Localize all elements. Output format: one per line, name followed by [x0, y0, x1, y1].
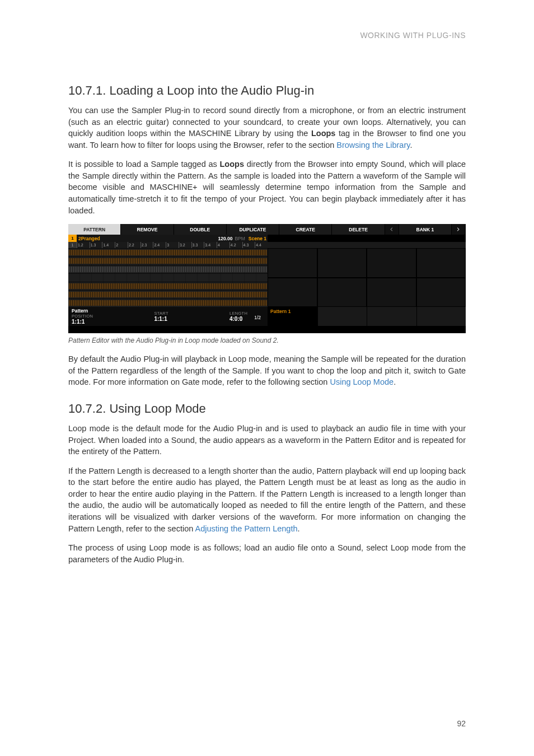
bpm-value: 120.00 — [218, 236, 232, 241]
tick: 2.2 — [128, 242, 140, 248]
lane — [68, 298, 268, 307]
section-10-7-1-p1: You can use the Sampler Plug-in to recor… — [68, 105, 466, 151]
pattern-cells: Pattern 1 — [268, 307, 466, 326]
link-browsing-library[interactable]: Browsing the Library — [336, 141, 410, 150]
section-10-7-1-p2: It is possible to load a Sample tagged a… — [68, 158, 466, 216]
param-title: Pattern — [72, 308, 93, 314]
waveform-lanes[interactable] — [68, 248, 268, 307]
section-10-7-2-title: 10.7.2. Using Loop Mode — [68, 402, 466, 416]
timeline-ticks[interactable]: 1.2 1.3 1.4 2 2.2 2.3 2.4 3 3.2 3.3 3.4 … — [77, 242, 268, 248]
sound-slot-number[interactable]: 1 — [68, 235, 77, 242]
link-using-loop-mode[interactable]: Using Loop Mode — [330, 377, 394, 386]
text: If the Pattern Length is decreased to a … — [68, 466, 466, 533]
pad[interactable] — [416, 278, 466, 307]
pattern-cell[interactable] — [416, 307, 466, 326]
length-label: LENGTH — [229, 311, 247, 316]
tick: 1.4 — [102, 242, 115, 248]
tick: 4.4 — [255, 242, 268, 248]
page-header: WORKING WITH PLUG-INS — [68, 31, 466, 40]
lane — [68, 282, 268, 290]
pad[interactable] — [268, 278, 317, 307]
lane — [68, 248, 268, 256]
tick: 1.2 — [77, 242, 90, 248]
tick: 2.3 — [140, 242, 153, 248]
tick: 3.3 — [191, 242, 204, 248]
pad[interactable] — [416, 248, 466, 278]
lane — [68, 290, 268, 298]
section-10-7-2-p3: The process of using Loop mode is as fol… — [68, 542, 466, 565]
tempo-display: 120.00 BPM Scene 1 — [218, 235, 268, 242]
link-adjusting-pattern-length[interactable]: Adjusting the Pattern Length — [195, 524, 298, 533]
tick: 1.3 — [90, 242, 102, 248]
chevron-left-icon — [390, 227, 394, 232]
pad[interactable] — [367, 248, 416, 278]
position-label: POSITION — [72, 314, 93, 319]
pattern-cell[interactable] — [317, 307, 367, 326]
start-value[interactable]: 1:1:1 — [154, 316, 168, 322]
lane — [68, 256, 268, 265]
create-button[interactable]: CREATE — [279, 224, 332, 235]
timeline-start-num: 1 — [68, 242, 77, 248]
start-label: START — [154, 311, 168, 316]
pad[interactable] — [317, 278, 367, 307]
tick: 3 — [166, 242, 179, 248]
pad[interactable] — [268, 248, 317, 278]
text: . — [394, 377, 396, 386]
scene-label: Scene 1 — [249, 236, 266, 241]
delete-button[interactable]: DELETE — [332, 224, 385, 235]
text: . — [298, 524, 300, 533]
tick: 4 — [217, 242, 229, 248]
bank-prev-button[interactable] — [385, 224, 399, 235]
chevron-right-icon — [456, 227, 460, 232]
pattern-cell-1[interactable]: Pattern 1 — [268, 307, 317, 326]
pad[interactable] — [367, 278, 416, 307]
duplicate-button[interactable]: DUPLICATE — [227, 224, 279, 235]
section-10-7-2-p2: If the Pattern Length is decreased to a … — [68, 465, 466, 534]
pattern-cell[interactable] — [367, 307, 416, 326]
bank-next-button[interactable] — [452, 224, 466, 235]
page-number: 92 — [457, 719, 466, 728]
double-button[interactable]: DOUBLE — [174, 224, 227, 235]
pattern-button[interactable]: PATTERN — [68, 224, 121, 235]
tick: 2 — [115, 242, 128, 248]
param-page[interactable]: 1/2 — [254, 312, 264, 320]
pattern-top-toolbar: PATTERN REMOVE DOUBLE DUPLICATE CREATE D… — [68, 224, 466, 235]
position-value[interactable]: 1:1:1 — [72, 319, 93, 325]
tick: 4.3 — [242, 242, 255, 248]
section-10-7-1-title: 10.7.1. Loading a Loop into the Audio Pl… — [68, 83, 466, 98]
lane — [68, 273, 268, 282]
bold-loops: Loops — [311, 129, 336, 138]
text: By default the Audio Plug-in will playba… — [68, 354, 466, 386]
text: It is possible to load a Sample tagged a… — [68, 160, 219, 169]
text: . — [410, 141, 412, 150]
pattern-editor-screenshot: PATTERN REMOVE DOUBLE DUPLICATE CREATE D… — [68, 224, 466, 333]
bank-label[interactable]: BANK 1 — [399, 224, 452, 235]
pattern-params: Pattern POSITION 1:1:1 START 1:1:1 LENGT… — [68, 307, 268, 326]
bold-loops-2: Loops — [219, 160, 244, 169]
pad[interactable] — [317, 248, 367, 278]
remove-button[interactable]: REMOVE — [121, 224, 174, 235]
tick: 3.2 — [179, 242, 191, 248]
sound-info-row: 1 2Pranged 120.00 BPM Scene 1 — [68, 235, 466, 242]
length-value[interactable]: 4:0:0 — [229, 316, 247, 322]
after-figure-p1: By default the Audio Plug-in will playba… — [68, 353, 466, 388]
sound-name[interactable]: 2Pranged — [77, 235, 100, 242]
bpm-unit: BPM — [235, 236, 245, 241]
lane — [68, 265, 268, 273]
figure-caption: Pattern Editor with the Audio Plug-in in… — [68, 337, 466, 344]
pad-grid — [268, 248, 466, 307]
section-10-7-2-p1: Loop mode is the default mode for the Au… — [68, 423, 466, 458]
tick: 4.2 — [229, 242, 242, 248]
tick: 3.4 — [204, 242, 217, 248]
tick: 2.4 — [153, 242, 166, 248]
timeline-row: 1 1.2 1.3 1.4 2 2.2 2.3 2.4 3 3.2 3.3 3.… — [68, 242, 466, 248]
